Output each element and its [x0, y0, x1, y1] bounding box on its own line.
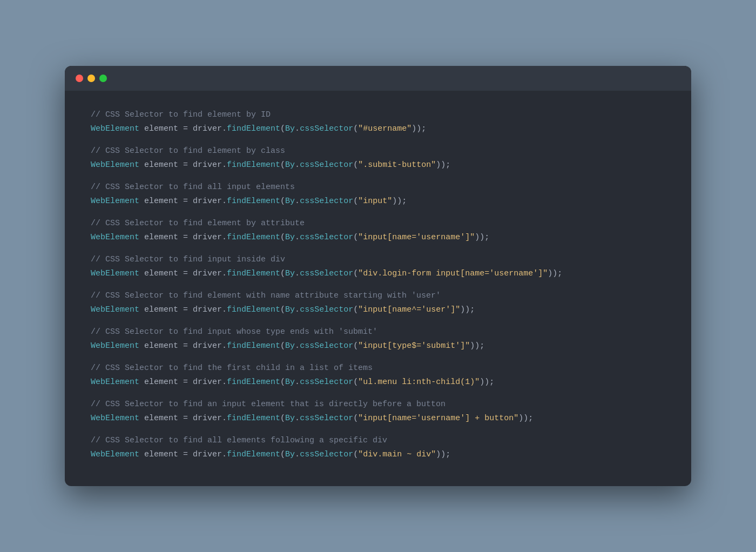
- code-line-9: WebElement element = driver.findElement(…: [91, 412, 665, 426]
- code-line-3: WebElement element = driver.findElement(…: [91, 194, 665, 208]
- comment-4: // CSS Selector to find element by attri…: [91, 217, 665, 231]
- comment-7: // CSS Selector to find input whose type…: [91, 325, 665, 339]
- code-block-8: // CSS Selector to find the first child …: [91, 361, 665, 389]
- code-window: // CSS Selector to find element by ID We…: [65, 66, 691, 486]
- code-line-10: WebElement element = driver.findElement(…: [91, 448, 665, 462]
- code-line-8: WebElement element = driver.findElement(…: [91, 375, 665, 389]
- code-block-10: // CSS Selector to find all elements fol…: [91, 434, 665, 461]
- code-block-1: // CSS Selector to find element by ID We…: [91, 108, 665, 136]
- code-block-4: // CSS Selector to find element by attri…: [91, 217, 665, 244]
- comment-2: // CSS Selector to find element by class: [91, 144, 665, 158]
- code-line-4: WebElement element = driver.findElement(…: [91, 231, 665, 245]
- comment-3: // CSS Selector to find all input elemen…: [91, 180, 665, 194]
- code-block-3: // CSS Selector to find all input elemen…: [91, 180, 665, 208]
- comment-8: // CSS Selector to find the first child …: [91, 361, 665, 375]
- code-line-2: WebElement element = driver.findElement(…: [91, 158, 665, 172]
- close-button[interactable]: [76, 75, 83, 82]
- comment-6: // CSS Selector to find element with nam…: [91, 289, 665, 303]
- maximize-button[interactable]: [99, 75, 107, 82]
- code-block-7: // CSS Selector to find input whose type…: [91, 325, 665, 353]
- code-block-5: // CSS Selector to find input inside div…: [91, 253, 665, 280]
- code-line-6: WebElement element = driver.findElement(…: [91, 303, 665, 317]
- title-bar: [65, 66, 691, 91]
- code-line-5: WebElement element = driver.findElement(…: [91, 267, 665, 281]
- code-line-1: WebElement element = driver.findElement(…: [91, 122, 665, 136]
- code-block-6: // CSS Selector to find element with nam…: [91, 289, 665, 317]
- comment-5: // CSS Selector to find input inside div: [91, 253, 665, 267]
- code-editor: // CSS Selector to find element by ID We…: [65, 91, 691, 486]
- minimize-button[interactable]: [87, 75, 95, 82]
- code-block-9: // CSS Selector to find an input element…: [91, 398, 665, 425]
- comment-9: // CSS Selector to find an input element…: [91, 398, 665, 412]
- comment-10: // CSS Selector to find all elements fol…: [91, 434, 665, 448]
- comment-1: // CSS Selector to find element by ID: [91, 108, 665, 122]
- code-block-2: // CSS Selector to find element by class…: [91, 144, 665, 172]
- code-line-7: WebElement element = driver.findElement(…: [91, 339, 665, 353]
